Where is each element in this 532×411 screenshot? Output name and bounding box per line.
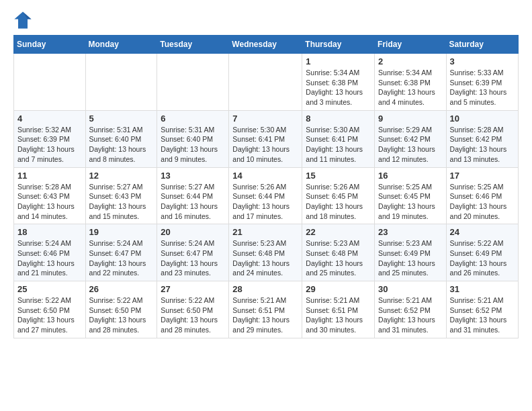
day-number: 3 <box>450 56 515 66</box>
day-info: Sunrise: 5:28 AM Sunset: 6:43 PM Dayligh… <box>17 182 82 222</box>
calendar-cell <box>229 54 302 111</box>
calendar-cell: 19Sunrise: 5:24 AM Sunset: 6:47 PM Dayli… <box>85 224 157 281</box>
day-info: Sunrise: 5:25 AM Sunset: 6:45 PM Dayligh… <box>378 182 443 222</box>
day-info: Sunrise: 5:31 AM Sunset: 6:40 PM Dayligh… <box>161 125 225 165</box>
day-number: 7 <box>232 113 298 124</box>
day-number: 22 <box>306 227 371 237</box>
day-number: 6 <box>161 113 225 124</box>
day-number: 9 <box>378 113 443 124</box>
calendar-cell: 9Sunrise: 5:29 AM Sunset: 6:42 PM Daylig… <box>375 110 447 167</box>
day-number: 13 <box>161 171 225 181</box>
calendar-cell: 21Sunrise: 5:23 AM Sunset: 6:48 PM Dayli… <box>229 224 302 281</box>
calendar-cell: 25Sunrise: 5:22 AM Sunset: 6:50 PM Dayli… <box>14 281 86 338</box>
day-info: Sunrise: 5:22 AM Sunset: 6:50 PM Dayligh… <box>161 295 225 335</box>
day-info: Sunrise: 5:24 AM Sunset: 6:47 PM Dayligh… <box>89 238 154 278</box>
day-info: Sunrise: 5:33 AM Sunset: 6:39 PM Dayligh… <box>450 68 515 107</box>
calendar-cell: 29Sunrise: 5:21 AM Sunset: 6:51 PM Dayli… <box>302 281 375 338</box>
day-info: Sunrise: 5:23 AM Sunset: 6:48 PM Dayligh… <box>232 238 298 278</box>
calendar-cell: 30Sunrise: 5:21 AM Sunset: 6:52 PM Dayli… <box>375 281 447 338</box>
page-header <box>13 11 519 30</box>
day-info: Sunrise: 5:28 AM Sunset: 6:42 PM Dayligh… <box>450 125 515 165</box>
calendar-cell: 2Sunrise: 5:34 AM Sunset: 6:38 PM Daylig… <box>375 54 447 111</box>
day-info: Sunrise: 5:34 AM Sunset: 6:38 PM Dayligh… <box>378 68 443 107</box>
day-number: 20 <box>161 227 225 237</box>
calendar-week-row: 18Sunrise: 5:24 AM Sunset: 6:46 PM Dayli… <box>14 224 519 281</box>
day-number: 31 <box>450 284 515 294</box>
day-number: 27 <box>161 284 225 294</box>
day-info: Sunrise: 5:29 AM Sunset: 6:42 PM Dayligh… <box>378 125 443 165</box>
day-info: Sunrise: 5:21 AM Sunset: 6:52 PM Dayligh… <box>378 295 443 335</box>
calendar-cell: 20Sunrise: 5:24 AM Sunset: 6:47 PM Dayli… <box>157 224 229 281</box>
day-info: Sunrise: 5:21 AM Sunset: 6:51 PM Dayligh… <box>232 295 298 335</box>
calendar-week-row: 4Sunrise: 5:32 AM Sunset: 6:39 PM Daylig… <box>14 110 519 167</box>
day-info: Sunrise: 5:23 AM Sunset: 6:48 PM Dayligh… <box>306 238 371 278</box>
day-info: Sunrise: 5:23 AM Sunset: 6:49 PM Dayligh… <box>378 238 443 278</box>
day-info: Sunrise: 5:26 AM Sunset: 6:45 PM Dayligh… <box>306 182 371 222</box>
calendar-header-row: SundayMondayTuesdayWednesdayThursdayFrid… <box>14 36 519 54</box>
day-number: 26 <box>89 284 154 294</box>
calendar-cell: 8Sunrise: 5:30 AM Sunset: 6:41 PM Daylig… <box>302 110 375 167</box>
day-number: 4 <box>17 113 82 124</box>
day-number: 24 <box>450 227 515 237</box>
day-info: Sunrise: 5:30 AM Sunset: 6:41 PM Dayligh… <box>232 125 298 165</box>
day-info: Sunrise: 5:27 AM Sunset: 6:43 PM Dayligh… <box>89 182 154 222</box>
day-number: 2 <box>378 56 443 66</box>
calendar-week-row: 1Sunrise: 5:34 AM Sunset: 6:38 PM Daylig… <box>14 54 519 111</box>
calendar-cell: 24Sunrise: 5:22 AM Sunset: 6:49 PM Dayli… <box>446 224 518 281</box>
col-header-tuesday: Tuesday <box>157 36 229 54</box>
calendar-week-row: 25Sunrise: 5:22 AM Sunset: 6:50 PM Dayli… <box>14 281 519 338</box>
day-number: 8 <box>306 113 371 124</box>
day-number: 5 <box>89 113 154 124</box>
day-info: Sunrise: 5:32 AM Sunset: 6:39 PM Dayligh… <box>17 125 82 165</box>
day-number: 29 <box>306 284 371 294</box>
calendar-cell <box>14 54 86 111</box>
calendar-cell: 11Sunrise: 5:28 AM Sunset: 6:43 PM Dayli… <box>14 167 86 224</box>
day-info: Sunrise: 5:24 AM Sunset: 6:47 PM Dayligh… <box>161 238 225 278</box>
col-header-saturday: Saturday <box>446 36 518 54</box>
col-header-sunday: Sunday <box>14 36 86 54</box>
calendar-cell: 26Sunrise: 5:22 AM Sunset: 6:50 PM Dayli… <box>85 281 157 338</box>
day-info: Sunrise: 5:22 AM Sunset: 6:50 PM Dayligh… <box>89 295 154 335</box>
calendar-cell: 4Sunrise: 5:32 AM Sunset: 6:39 PM Daylig… <box>14 110 86 167</box>
day-info: Sunrise: 5:30 AM Sunset: 6:41 PM Dayligh… <box>306 125 371 165</box>
day-number: 15 <box>306 171 371 181</box>
logo <box>13 11 34 30</box>
calendar-cell: 10Sunrise: 5:28 AM Sunset: 6:42 PM Dayli… <box>446 110 518 167</box>
logo-icon <box>13 11 32 30</box>
day-number: 11 <box>17 171 82 181</box>
calendar-cell: 31Sunrise: 5:21 AM Sunset: 6:52 PM Dayli… <box>446 281 518 338</box>
day-info: Sunrise: 5:31 AM Sunset: 6:40 PM Dayligh… <box>89 125 154 165</box>
calendar-cell: 6Sunrise: 5:31 AM Sunset: 6:40 PM Daylig… <box>157 110 229 167</box>
day-info: Sunrise: 5:34 AM Sunset: 6:38 PM Dayligh… <box>306 68 371 107</box>
calendar-cell <box>85 54 157 111</box>
day-number: 23 <box>378 227 443 237</box>
calendar-cell: 23Sunrise: 5:23 AM Sunset: 6:49 PM Dayli… <box>375 224 447 281</box>
calendar-cell: 15Sunrise: 5:26 AM Sunset: 6:45 PM Dayli… <box>302 167 375 224</box>
calendar-cell: 27Sunrise: 5:22 AM Sunset: 6:50 PM Dayli… <box>157 281 229 338</box>
day-number: 21 <box>232 227 298 237</box>
day-info: Sunrise: 5:21 AM Sunset: 6:51 PM Dayligh… <box>306 295 371 335</box>
calendar-cell: 7Sunrise: 5:30 AM Sunset: 6:41 PM Daylig… <box>229 110 302 167</box>
calendar-cell: 1Sunrise: 5:34 AM Sunset: 6:38 PM Daylig… <box>302 54 375 111</box>
day-number: 12 <box>89 171 154 181</box>
col-header-friday: Friday <box>375 36 447 54</box>
day-info: Sunrise: 5:25 AM Sunset: 6:46 PM Dayligh… <box>450 182 515 222</box>
day-number: 16 <box>378 171 443 181</box>
day-number: 10 <box>450 113 515 124</box>
day-number: 1 <box>306 56 371 66</box>
calendar-cell: 18Sunrise: 5:24 AM Sunset: 6:46 PM Dayli… <box>14 224 86 281</box>
calendar-cell: 28Sunrise: 5:21 AM Sunset: 6:51 PM Dayli… <box>229 281 302 338</box>
col-header-thursday: Thursday <box>302 36 375 54</box>
day-number: 28 <box>232 284 298 294</box>
day-info: Sunrise: 5:22 AM Sunset: 6:50 PM Dayligh… <box>17 295 82 335</box>
calendar-cell: 5Sunrise: 5:31 AM Sunset: 6:40 PM Daylig… <box>85 110 157 167</box>
col-header-monday: Monday <box>85 36 157 54</box>
calendar-cell: 22Sunrise: 5:23 AM Sunset: 6:48 PM Dayli… <box>302 224 375 281</box>
svg-marker-0 <box>14 11 31 28</box>
calendar-cell <box>157 54 229 111</box>
calendar-cell: 16Sunrise: 5:25 AM Sunset: 6:45 PM Dayli… <box>375 167 447 224</box>
calendar-cell: 17Sunrise: 5:25 AM Sunset: 6:46 PM Dayli… <box>446 167 518 224</box>
calendar-cell: 12Sunrise: 5:27 AM Sunset: 6:43 PM Dayli… <box>85 167 157 224</box>
day-number: 30 <box>378 284 443 294</box>
day-number: 17 <box>450 171 515 181</box>
